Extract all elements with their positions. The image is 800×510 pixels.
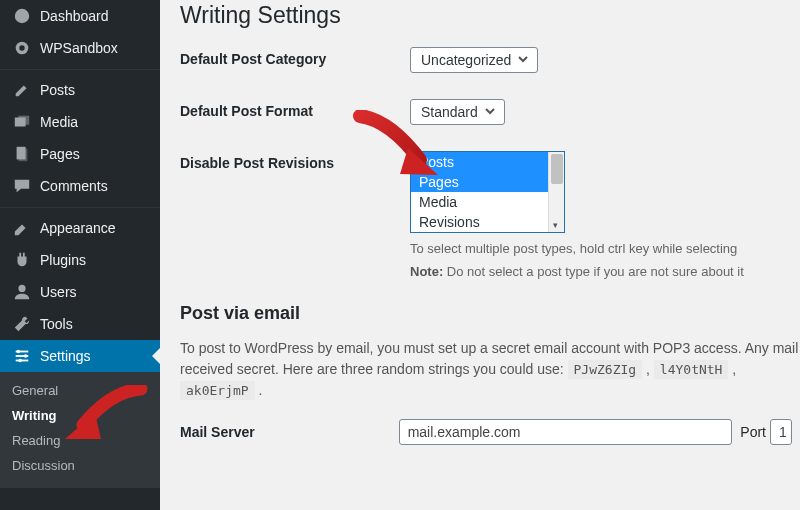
svg-point-11: [24, 354, 28, 358]
dashboard-icon: [12, 7, 32, 25]
sidebar-item-settings[interactable]: Settings: [0, 340, 160, 372]
main-content: Writing Settings Default Post Category U…: [160, 0, 800, 510]
svg-point-10: [17, 350, 21, 354]
posts-icon: [12, 81, 32, 99]
sandbox-icon: [12, 39, 32, 57]
section-heading-email: Post via email: [180, 303, 800, 324]
sidebar-item-pages[interactable]: Pages: [0, 138, 160, 170]
email-description: To post to WordPress by email, you must …: [180, 338, 800, 401]
help-text-note: Note: Do not select a post type if you a…: [410, 264, 744, 279]
svg-point-1: [19, 45, 24, 50]
row-mail-server: Mail Server mail.example.com Port 1: [180, 419, 800, 445]
sidebar-item-label: Media: [40, 114, 78, 130]
sidebar-item-label: Comments: [40, 178, 108, 194]
submenu-item-discussion[interactable]: Discussion: [0, 453, 160, 478]
note-text: Do not select a post type if you are not…: [443, 264, 744, 279]
submenu-label: Writing: [12, 408, 57, 423]
sidebar-item-label: WPSandbox: [40, 40, 118, 56]
sidebar-item-media[interactable]: Media: [0, 106, 160, 138]
chevron-down-icon: [484, 104, 496, 120]
select-value: Uncategorized: [421, 52, 511, 68]
tools-icon: [12, 315, 32, 333]
row-disable-revisions: Disable Post Revisions Posts Pages Media…: [180, 151, 800, 279]
input-port[interactable]: 1: [770, 419, 792, 445]
sidebar-item-appearance[interactable]: Appearance: [0, 212, 160, 244]
sidebar-item-label: Appearance: [40, 220, 116, 236]
email-code-3: ak0ErjmP: [180, 381, 255, 400]
row-default-category: Default Post Category Uncategorized: [180, 47, 800, 73]
media-icon: [12, 113, 32, 131]
comments-icon: [12, 177, 32, 195]
sidebar-item-label: Plugins: [40, 252, 86, 268]
listbox-option-media[interactable]: Media: [411, 192, 564, 212]
admin-sidebar: Dashboard WPSandbox Posts Media Pages Co…: [0, 0, 160, 510]
scrollbar-thumb[interactable]: [551, 154, 563, 184]
select-value: Standard: [421, 104, 478, 120]
svg-rect-5: [18, 149, 27, 162]
page-title: Writing Settings: [180, 2, 800, 29]
plugins-icon: [12, 251, 32, 269]
label-default-category: Default Post Category: [180, 47, 410, 67]
chevron-down-icon: [517, 52, 529, 68]
submenu-item-writing[interactable]: Writing: [0, 403, 160, 428]
email-code-2: l4Y0tNtH: [654, 360, 729, 379]
row-default-format: Default Post Format Standard: [180, 99, 800, 125]
scrollbar-down-arrow-icon[interactable]: ▾: [553, 220, 558, 230]
pages-icon: [12, 145, 32, 163]
svg-point-12: [18, 359, 22, 363]
sidebar-item-label: Users: [40, 284, 77, 300]
sidebar-item-posts[interactable]: Posts: [0, 74, 160, 106]
submenu-item-reading[interactable]: Reading: [0, 428, 160, 453]
sidebar-item-label: Pages: [40, 146, 80, 162]
submenu-item-general[interactable]: General: [0, 378, 160, 403]
sidebar-item-wpsandbox[interactable]: WPSandbox: [0, 32, 160, 64]
sidebar-item-comments[interactable]: Comments: [0, 170, 160, 202]
svg-point-6: [18, 285, 25, 292]
sidebar-item-dashboard[interactable]: Dashboard: [0, 0, 160, 32]
appearance-icon: [12, 219, 32, 237]
sidebar-item-users[interactable]: Users: [0, 276, 160, 308]
input-value: 1: [779, 424, 787, 440]
listbox-option-revisions[interactable]: Revisions: [411, 212, 564, 232]
help-text-multiselect: To select multiple post types, hold ctrl…: [410, 241, 744, 256]
select-default-format[interactable]: Standard: [410, 99, 505, 125]
input-value: mail.example.com: [408, 424, 521, 440]
sidebar-item-label: Posts: [40, 82, 75, 98]
sidebar-item-label: Tools: [40, 316, 73, 332]
label-mail-server: Mail Server: [180, 424, 399, 440]
listbox-scrollbar[interactable]: ▾: [548, 152, 564, 232]
settings-icon: [12, 347, 32, 365]
label-disable-revisions: Disable Post Revisions: [180, 151, 410, 171]
sidebar-item-tools[interactable]: Tools: [0, 308, 160, 340]
note-label: Note:: [410, 264, 443, 279]
sidebar-item-label: Dashboard: [40, 8, 109, 24]
users-icon: [12, 283, 32, 301]
listbox-option-pages[interactable]: Pages: [411, 172, 564, 192]
sidebar-item-label: Settings: [40, 348, 91, 364]
settings-submenu: General Writing Reading Discussion: [0, 372, 160, 488]
input-mail-server[interactable]: mail.example.com: [399, 419, 733, 445]
email-code-1: PJwZ6ZIg: [568, 360, 643, 379]
email-desc-post: .: [255, 382, 263, 398]
listbox-disable-revisions[interactable]: Posts Pages Media Revisions ▾: [410, 151, 565, 233]
submenu-label: General: [12, 383, 58, 398]
label-port: Port: [740, 424, 766, 440]
select-default-category[interactable]: Uncategorized: [410, 47, 538, 73]
submenu-label: Discussion: [12, 458, 75, 473]
listbox-option-posts[interactable]: Posts: [411, 152, 564, 172]
submenu-label: Reading: [12, 433, 60, 448]
sidebar-item-plugins[interactable]: Plugins: [0, 244, 160, 276]
label-default-format: Default Post Format: [180, 99, 410, 119]
svg-rect-3: [18, 116, 29, 125]
